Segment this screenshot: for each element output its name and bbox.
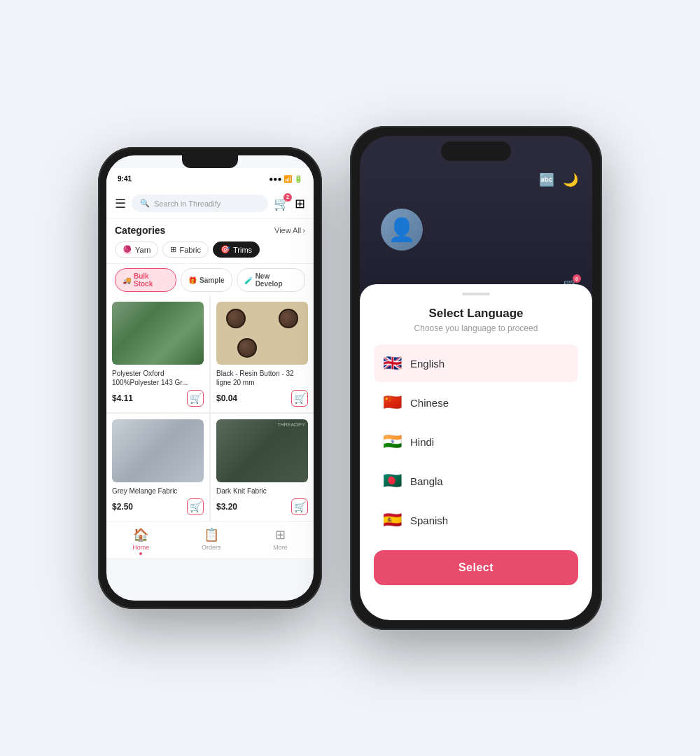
cart-badge: 2 xyxy=(284,193,292,202)
status-bar-left: 9:41 ●●● 📶 🔋 xyxy=(106,168,314,189)
buttons-img xyxy=(216,302,308,365)
view-all-link[interactable]: View All › xyxy=(274,226,305,234)
develop-icon: 🧪 xyxy=(244,276,253,284)
tab-new-develop[interactable]: 🧪 New Develop xyxy=(237,268,305,292)
product-footer-2: $0.04 🛒 xyxy=(216,390,308,407)
product-img-1 xyxy=(112,302,204,365)
flag-hindi: 🇮🇳 xyxy=(382,433,402,451)
chevron-right-icon: › xyxy=(302,226,305,234)
yarn-label: Yarn xyxy=(135,246,150,254)
nav-home[interactable]: 🏠 Home xyxy=(132,527,149,555)
cart-add-icon-2: 🛒 xyxy=(294,393,306,404)
categories-header: Categories View All › xyxy=(115,225,305,236)
cart-icon-wrap[interactable]: 🛒 2 xyxy=(274,196,289,211)
categories-section: Categories View All › 🧶 Yarn ⊞ Fabric 🎯 … xyxy=(106,219,314,263)
time: 9:41 xyxy=(118,175,132,183)
modal-subtitle: Choose you language to proceed xyxy=(374,323,578,333)
tab-bulk-stock[interactable]: 🚚 Bulk Stock xyxy=(115,268,176,292)
avatar: 👤 xyxy=(381,209,423,251)
translate-icon[interactable]: 🔤 xyxy=(539,172,554,188)
product-price-3: $2.50 xyxy=(112,502,133,512)
button-1 xyxy=(226,309,246,328)
menu-icon[interactable]: ☰ xyxy=(115,196,126,211)
modal-handle xyxy=(462,293,490,295)
product-img-4: THREADIFY xyxy=(216,419,308,482)
language-list: 🇬🇧 English 🇨🇳 Chinese 🇮🇳 Hindi 🇧🇩 Bangla xyxy=(374,344,578,539)
flag-chinese: 🇨🇳 xyxy=(382,393,402,412)
nav-orders[interactable]: 📋 Orders xyxy=(202,527,221,555)
person-icon: 👤 xyxy=(388,216,416,243)
language-item-spanish[interactable]: 🇪🇸 Spanish xyxy=(374,501,578,539)
add-cart-btn-3[interactable]: 🛒 xyxy=(187,498,204,515)
product-name-2: Black - Resin Button - 32 ligne 20 mm xyxy=(216,369,308,387)
add-cart-btn-4[interactable]: 🛒 xyxy=(291,498,308,515)
language-item-bangla[interactable]: 🇧🇩 Bangla xyxy=(374,462,578,500)
left-phone: 9:41 ●●● 📶 🔋 ☰ 🔍 Search in Threadify 🛒 2… xyxy=(98,147,322,609)
search-bar[interactable]: 🔍 Search in Threadify xyxy=(132,195,268,212)
more-icon: ⊞ xyxy=(275,527,286,542)
product-card-3[interactable]: Grey Melange Fabric $2.50 🛒 xyxy=(106,414,209,521)
product-footer-1: $4.11 🛒 xyxy=(112,390,204,407)
right-phone: 👤 🔤 🌙 🛒 0 Select Language Choose you lan… xyxy=(350,126,602,630)
product-grid: Polyester Oxford 100%Polyester 143 Gr...… xyxy=(106,296,314,521)
modal-title: Select Language xyxy=(374,307,578,321)
search-placeholder: Search in Threadify xyxy=(154,200,220,208)
language-name-spanish: Spanish xyxy=(410,514,448,526)
cart-area: 🛒 2 ⊞ xyxy=(274,196,305,211)
bulk-label: Bulk Stock xyxy=(134,272,169,288)
product-footer-4: $3.20 🛒 xyxy=(216,498,308,515)
flag-english: 🇬🇧 xyxy=(382,354,402,372)
left-screen: 9:41 ●●● 📶 🔋 ☰ 🔍 Search in Threadify 🛒 2… xyxy=(106,155,314,601)
search-icon: 🔍 xyxy=(140,199,150,208)
language-modal: Select Language Choose you language to p… xyxy=(360,284,592,620)
home-label: Home xyxy=(132,544,149,551)
language-item-chinese[interactable]: 🇨🇳 Chinese xyxy=(374,384,578,421)
trims-label: Trims xyxy=(233,246,252,254)
product-name-3: Grey Melange Fabric xyxy=(112,486,204,496)
sample-label: Sample xyxy=(200,276,225,284)
language-name-bangla: Bangla xyxy=(410,475,443,487)
fabric-green-img xyxy=(112,302,204,365)
chip-fabric[interactable]: ⊞ Fabric xyxy=(162,241,209,258)
cart-add-icon-3: 🛒 xyxy=(190,501,202,512)
product-footer-3: $2.50 🛒 xyxy=(112,498,204,515)
add-cart-btn-2[interactable]: 🛒 xyxy=(291,390,308,407)
language-name-hindi: Hindi xyxy=(410,436,434,448)
tab-sample[interactable]: 🎁 Sample xyxy=(181,268,232,292)
right-cart-badge: 0 xyxy=(573,274,581,283)
sample-icon: 🎁 xyxy=(188,276,197,284)
fabric-grey-img xyxy=(112,419,204,482)
orders-icon: 📋 xyxy=(204,527,219,542)
home-icon: 🏠 xyxy=(133,527,148,542)
add-cart-btn-1[interactable]: 🛒 xyxy=(187,390,204,407)
select-language-button[interactable]: Select xyxy=(374,550,578,585)
filter-tabs: 🚚 Bulk Stock 🎁 Sample 🧪 New Develop xyxy=(106,263,314,296)
product-card-2[interactable]: Black - Resin Button - 32 ligne 20 mm $0… xyxy=(211,296,314,412)
qr-icon[interactable]: ⊞ xyxy=(295,196,305,211)
product-price-4: $3.20 xyxy=(216,502,237,512)
language-item-english[interactable]: 🇬🇧 English xyxy=(374,344,578,382)
notch xyxy=(182,155,238,168)
nav-more[interactable]: ⊞ More xyxy=(273,527,288,555)
signal: ●●● 📶 🔋 xyxy=(269,175,302,183)
language-item-hindi[interactable]: 🇮🇳 Hindi xyxy=(374,423,578,461)
dynamic-island xyxy=(441,141,511,161)
fabric-icon: ⊞ xyxy=(170,245,176,254)
top-nav: ☰ 🔍 Search in Threadify 🛒 2 ⊞ xyxy=(106,189,314,218)
product-card-1[interactable]: Polyester Oxford 100%Polyester 143 Gr...… xyxy=(106,296,209,412)
threadify-watermark: THREADIFY xyxy=(277,422,305,427)
bottom-nav: 🏠 Home 📋 Orders ⊞ More xyxy=(106,521,314,558)
bulk-icon: 🚚 xyxy=(122,276,131,284)
product-name-4: Dark Knit Fabric xyxy=(216,486,308,496)
product-card-4[interactable]: THREADIFY Dark Knit Fabric $3.20 🛒 xyxy=(211,414,314,521)
right-screen: 👤 🔤 🌙 🛒 0 Select Language Choose you lan… xyxy=(360,136,592,620)
view-all-label: View All xyxy=(274,226,301,234)
fabric-label: Fabric xyxy=(179,246,201,254)
chip-trims[interactable]: 🎯 Trims xyxy=(213,241,260,258)
dark-mode-icon[interactable]: 🌙 xyxy=(563,172,578,188)
orders-label: Orders xyxy=(202,544,221,551)
chip-yarn[interactable]: 🧶 Yarn xyxy=(115,241,158,258)
cart-add-icon-4: 🛒 xyxy=(294,501,306,512)
language-name-chinese: Chinese xyxy=(410,397,449,409)
right-icons-row: 🔤 🌙 xyxy=(360,167,592,193)
